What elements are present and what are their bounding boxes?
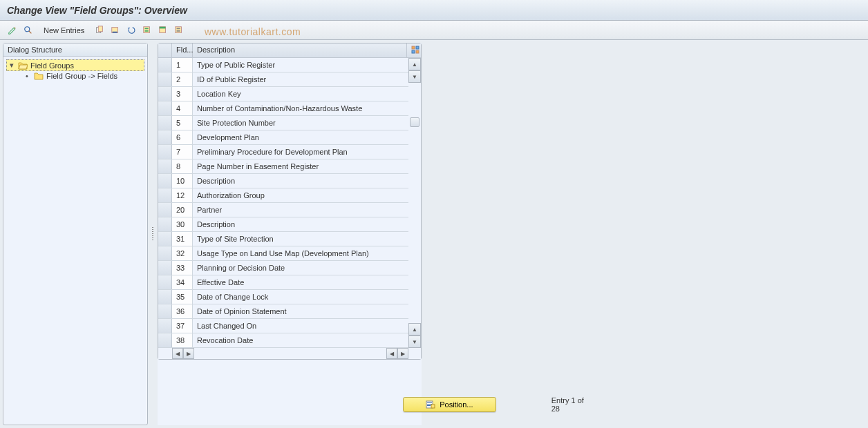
horizontal-scrollbar[interactable]: ◀ ▶ ◀ ▶ xyxy=(158,348,421,359)
table-row[interactable]: 12Authorization Group xyxy=(158,188,408,203)
column-fld[interactable]: Fld... xyxy=(172,43,193,57)
table-row[interactable]: 33Planning or Decision Date xyxy=(158,261,408,275)
find-icon[interactable] xyxy=(21,23,35,37)
table-row[interactable]: 2ID of Public Register xyxy=(158,72,408,87)
new-entries-button[interactable]: New Entries xyxy=(37,24,91,37)
row-selector[interactable] xyxy=(158,101,172,115)
cell-fld[interactable]: 31 xyxy=(172,232,193,246)
cell-description[interactable]: Development Plan xyxy=(193,130,408,144)
cell-fld[interactable]: 30 xyxy=(172,217,193,231)
delete-icon[interactable] xyxy=(108,23,122,37)
cell-description[interactable]: Page Number in Easement Register xyxy=(193,159,408,173)
table-row[interactable]: 37Last Changed On xyxy=(158,319,408,333)
cell-description[interactable]: Authorization Group xyxy=(193,188,408,202)
undo-change-icon[interactable] xyxy=(124,23,138,37)
cell-fld[interactable]: 3 xyxy=(172,87,193,101)
cell-description[interactable]: ID of Public Register xyxy=(193,72,408,86)
vertical-scrollbar[interactable]: ▲ ▼ ▲ ▼ xyxy=(408,58,421,348)
cell-fld[interactable]: 1 xyxy=(172,58,193,72)
scroll-right-step-icon[interactable]: ▶ xyxy=(183,348,194,359)
tree-item-field-groups[interactable]: ▾ Field Groups xyxy=(6,59,144,71)
position-button[interactable]: Position... xyxy=(403,397,496,412)
scroll-left-icon[interactable]: ◀ xyxy=(172,348,183,359)
scroll-up-icon[interactable]: ▲ xyxy=(408,58,421,70)
row-selector[interactable] xyxy=(158,261,172,275)
row-selector[interactable] xyxy=(158,319,172,333)
deselect-all-icon[interactable] xyxy=(172,23,186,37)
cell-description[interactable]: Number of Contamination/Non-Hazardous Wa… xyxy=(193,101,408,115)
table-row[interactable]: 8Page Number in Easement Register xyxy=(158,159,408,174)
tree-item-field-group-fields[interactable]: • Field Group -> Fields xyxy=(6,71,144,81)
row-selector[interactable] xyxy=(158,304,172,318)
row-selector[interactable] xyxy=(158,174,172,188)
table-row[interactable]: 7Preliminary Procedure for Development P… xyxy=(158,145,408,159)
cell-description[interactable]: Planning or Decision Date xyxy=(193,261,408,275)
cell-fld[interactable]: 4 xyxy=(172,101,193,115)
cell-description[interactable]: Last Changed On xyxy=(193,319,408,333)
row-selector[interactable] xyxy=(158,72,172,86)
cell-fld[interactable]: 2 xyxy=(172,72,193,86)
table-row[interactable]: 30Description xyxy=(158,217,408,232)
scroll-left-step-icon[interactable]: ◀ xyxy=(386,348,397,359)
table-row[interactable]: 38Revocation Date xyxy=(158,333,408,348)
cell-fld[interactable]: 8 xyxy=(172,159,193,173)
table-row[interactable]: 34Effective Date xyxy=(158,275,408,290)
cell-fld[interactable]: 38 xyxy=(172,333,193,347)
table-config-icon[interactable] xyxy=(407,43,421,57)
row-selector[interactable] xyxy=(158,87,172,101)
table-row[interactable]: 20Partner xyxy=(158,203,408,217)
table-row[interactable]: 5Site Protection Number xyxy=(158,116,408,130)
scroll-up-step-icon[interactable]: ▲ xyxy=(408,323,421,335)
cell-description[interactable]: Revocation Date xyxy=(193,333,408,347)
table-row[interactable]: 4Number of Contamination/Non-Hazardous W… xyxy=(158,101,408,116)
row-selector[interactable] xyxy=(158,290,172,304)
table-row[interactable]: 36Date of Opinion Statement xyxy=(158,304,408,319)
cell-fld[interactable]: 12 xyxy=(172,188,193,202)
row-selector[interactable] xyxy=(158,130,172,144)
tree-collapse-icon[interactable]: ▾ xyxy=(10,61,17,70)
row-selector[interactable] xyxy=(158,232,172,246)
scroll-down-step-icon[interactable]: ▼ xyxy=(408,70,421,83)
row-selector[interactable] xyxy=(158,275,172,289)
hscroll-track[interactable] xyxy=(194,348,386,359)
cell-description[interactable]: Usage Type on Land Use Map (Development … xyxy=(193,246,408,260)
scroll-track[interactable] xyxy=(408,83,421,323)
cell-fld[interactable]: 33 xyxy=(172,261,193,275)
cell-description[interactable]: Date of Opinion Statement xyxy=(193,304,408,318)
column-description[interactable]: Description xyxy=(193,43,407,57)
cell-fld[interactable]: 34 xyxy=(172,275,193,289)
row-selector[interactable] xyxy=(158,246,172,260)
cell-fld[interactable]: 32 xyxy=(172,246,193,260)
row-selector[interactable] xyxy=(158,217,172,231)
cell-description[interactable]: Description xyxy=(193,174,408,188)
row-selector[interactable] xyxy=(158,203,172,217)
row-selector[interactable] xyxy=(158,188,172,202)
scroll-thumb[interactable] xyxy=(410,117,419,127)
cell-fld[interactable]: 20 xyxy=(172,203,193,217)
cell-description[interactable]: Date of Change Lock xyxy=(193,290,408,304)
cell-description[interactable]: Effective Date xyxy=(193,275,408,289)
scroll-down-icon[interactable]: ▼ xyxy=(408,335,421,348)
splitter-handle[interactable] xyxy=(151,43,155,425)
cell-fld[interactable]: 35 xyxy=(172,290,193,304)
cell-fld[interactable]: 10 xyxy=(172,174,193,188)
cell-description[interactable]: Type of Public Register xyxy=(193,58,408,72)
cell-fld[interactable]: 36 xyxy=(172,304,193,318)
cell-description[interactable]: Site Protection Number xyxy=(193,116,408,130)
cell-description[interactable]: Type of Site Protection xyxy=(193,232,408,246)
scroll-right-icon[interactable]: ▶ xyxy=(397,348,408,359)
cell-fld[interactable]: 5 xyxy=(172,116,193,130)
row-selector[interactable] xyxy=(158,58,172,72)
cell-fld[interactable]: 37 xyxy=(172,319,193,333)
table-row[interactable]: 31Type of Site Protection xyxy=(158,232,408,246)
cell-fld[interactable]: 7 xyxy=(172,145,193,159)
table-row[interactable]: 10Description xyxy=(158,174,408,188)
column-selector[interactable] xyxy=(158,43,172,57)
cell-description[interactable]: Preliminary Procedure for Development Pl… xyxy=(193,145,408,159)
row-selector[interactable] xyxy=(158,333,172,347)
cell-description[interactable]: Partner xyxy=(193,203,408,217)
table-row[interactable]: 35Date of Change Lock xyxy=(158,290,408,304)
table-row[interactable]: 1Type of Public Register xyxy=(158,58,408,72)
table-row[interactable]: 32Usage Type on Land Use Map (Developmen… xyxy=(158,246,408,261)
row-selector[interactable] xyxy=(158,145,172,159)
